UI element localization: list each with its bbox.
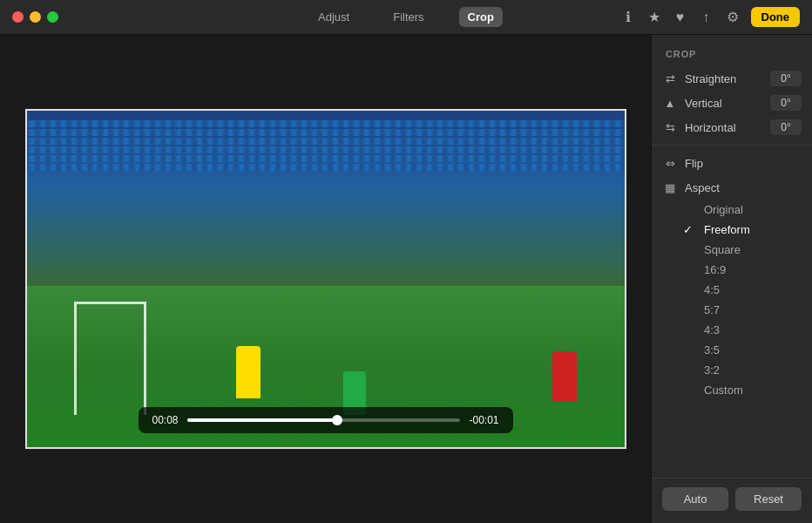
tools-icon[interactable]: ⚙	[725, 10, 741, 25]
aspect-square[interactable]: Square	[683, 240, 812, 260]
vertical-control: ▲ Vertical 0°	[652, 91, 812, 115]
scrubber-track[interactable]	[187, 418, 461, 422]
seat-row	[27, 129, 625, 136]
main-content: 00:08 -00:01 CROP ⇄ Straighten 0° ▲ Vert…	[0, 35, 812, 523]
aspect-4-3-label: 4:3	[704, 323, 720, 336]
aspect-custom[interactable]: Custom	[683, 380, 812, 400]
horizontal-icon: ⇆	[662, 119, 678, 135]
tab-adjust[interactable]: Adjust	[309, 7, 358, 27]
aspect-4-3[interactable]: 4:3	[683, 320, 812, 340]
divider-1	[652, 145, 812, 146]
seat-rows	[27, 120, 625, 209]
aspect-3-2-label: 3:2	[704, 363, 720, 377]
done-button[interactable]: Done	[751, 7, 801, 27]
checkmark-freeform: ✓	[683, 223, 697, 236]
checkmark-4-5	[683, 283, 697, 296]
sidebar: CROP ⇄ Straighten 0° ▲ Vertical 0° ⇆ Hor…	[651, 35, 812, 523]
share-icon[interactable]: ↑	[699, 10, 714, 25]
player-3	[552, 351, 577, 402]
info-icon[interactable]: ℹ	[620, 10, 636, 25]
window-controls	[12, 11, 58, 23]
titlebar-right-controls: ℹ ★ ♥ ↑ ⚙ Done	[620, 7, 801, 27]
video-controls: 00:08 -00:01	[139, 407, 513, 433]
goal-post	[74, 302, 145, 415]
checkmark-3-5	[683, 343, 697, 357]
scrubber-fill	[187, 418, 338, 422]
nav-tabs: Adjust Filters Crop	[309, 7, 503, 27]
seat-row	[27, 120, 625, 127]
auto-button[interactable]: Auto	[662, 487, 728, 511]
seat-row	[27, 155, 625, 162]
aspect-4-5[interactable]: 4:5	[683, 280, 812, 300]
straighten-label: Straighten	[685, 72, 763, 85]
checkmark-original	[683, 203, 697, 216]
checkmark-16-9	[683, 263, 697, 276]
straighten-icon: ⇄	[662, 71, 678, 86]
straighten-control: ⇄ Straighten 0°	[652, 66, 812, 91]
checkmark-square	[683, 243, 697, 256]
aspect-16-9[interactable]: 16:9	[683, 260, 812, 280]
aspect-5-7[interactable]: 5:7	[683, 300, 812, 320]
aspect-16-9-label: 16:9	[704, 263, 726, 276]
vertical-value[interactable]: 0°	[770, 95, 802, 111]
aspect-freeform-label: Freeform	[704, 223, 750, 236]
star-icon[interactable]: ★	[646, 10, 662, 25]
reset-button[interactable]: Reset	[735, 487, 802, 511]
aspect-freeform[interactable]: ✓ Freeform	[683, 220, 812, 240]
stadium-background	[27, 111, 625, 295]
aspect-label: Aspect	[685, 181, 720, 194]
sidebar-bottom: Auto Reset	[652, 478, 812, 523]
time-current: 00:08	[152, 414, 179, 426]
video-frame	[27, 111, 625, 447]
aspect-3-2[interactable]: 3:2	[683, 360, 812, 380]
aspect-square-label: Square	[704, 243, 741, 256]
aspect-original[interactable]: Original	[683, 200, 812, 220]
time-remaining: -00:01	[469, 414, 498, 426]
close-button[interactable]	[12, 11, 24, 23]
flip-label: Flip	[685, 157, 703, 170]
minimize-button[interactable]	[30, 11, 41, 23]
aspect-icon: ▦	[662, 180, 678, 195]
titlebar: Adjust Filters Crop ℹ ★ ♥ ↑ ⚙ Done	[0, 0, 812, 35]
aspect-3-5[interactable]: 3:5	[683, 340, 812, 360]
checkmark-custom	[683, 384, 697, 397]
aspect-custom-label: Custom	[704, 384, 743, 397]
horizontal-label: Horizontal	[685, 121, 763, 134]
aspect-5-7-label: 5:7	[704, 303, 720, 316]
tab-crop[interactable]: Crop	[459, 7, 503, 27]
tab-filters[interactable]: Filters	[384, 7, 432, 27]
checkmark-5-7	[683, 303, 697, 316]
heart-icon[interactable]: ♥	[673, 10, 688, 25]
checkmark-4-3	[683, 323, 697, 336]
horizontal-control: ⇆ Horizontal 0°	[652, 115, 812, 139]
aspect-title-row[interactable]: ▦ Aspect	[652, 175, 812, 200]
fullscreen-button[interactable]	[47, 11, 58, 23]
flip-row[interactable]: ⇔ Flip	[652, 151, 812, 175]
aspect-section: ▦ Aspect Original ✓ Freeform Square	[652, 175, 812, 400]
aspect-original-label: Original	[704, 203, 743, 216]
scrubber-thumb[interactable]	[332, 415, 342, 425]
aspect-options: Original ✓ Freeform Square 16:9 4:5	[652, 200, 812, 400]
sidebar-title: CROP	[652, 44, 812, 66]
vertical-label: Vertical	[685, 97, 763, 110]
seat-row	[27, 146, 625, 153]
seat-row	[27, 164, 625, 171]
seat-row	[27, 138, 625, 145]
video-container[interactable]: 00:08 -00:01	[25, 109, 626, 449]
player-1	[236, 346, 261, 398]
checkmark-3-2	[683, 363, 697, 377]
flip-icon: ⇔	[662, 155, 678, 171]
vertical-icon: ▲	[662, 95, 678, 111]
aspect-4-5-label: 4:5	[704, 283, 720, 296]
straighten-value[interactable]: 0°	[770, 71, 802, 86]
horizontal-value[interactable]: 0°	[770, 119, 802, 135]
video-area: 00:08 -00:01	[0, 35, 651, 523]
aspect-3-5-label: 3:5	[704, 343, 720, 357]
